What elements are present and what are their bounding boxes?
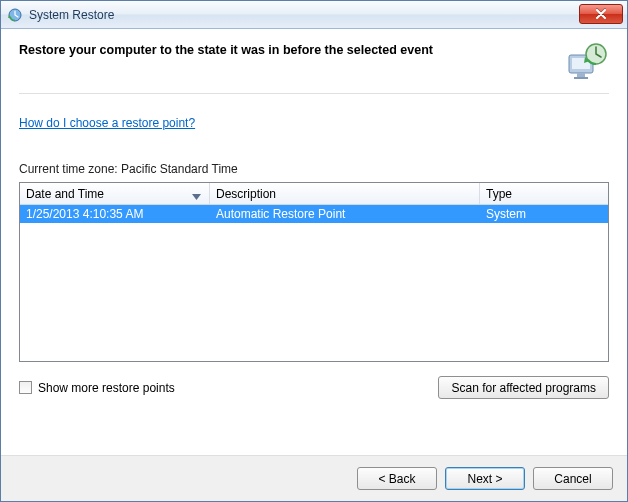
show-more-label: Show more restore points — [38, 381, 175, 395]
column-header-type[interactable]: Type — [480, 183, 608, 204]
help-link[interactable]: How do I choose a restore point? — [19, 116, 609, 130]
content-area: Restore your computer to the state it wa… — [1, 29, 627, 455]
cell-datetime: 1/25/2013 4:10:35 AM — [20, 207, 210, 221]
wizard-footer: < Back Next > Cancel — [1, 455, 627, 501]
table-row[interactable]: 1/25/2013 4:10:35 AM Automatic Restore P… — [20, 205, 608, 223]
restore-points-table[interactable]: Date and Time Description Type 1/25/2013… — [19, 182, 609, 362]
scan-affected-button[interactable]: Scan for affected programs — [438, 376, 609, 399]
cell-description: Automatic Restore Point — [210, 207, 480, 221]
checkbox-box — [19, 381, 32, 394]
table-header: Date and Time Description Type — [20, 183, 608, 205]
back-button[interactable]: < Back — [357, 467, 437, 490]
sort-descending-icon — [192, 189, 201, 203]
column-header-datetime-label: Date and Time — [26, 187, 104, 201]
show-more-checkbox[interactable]: Show more restore points — [19, 381, 175, 395]
system-restore-icon — [565, 41, 609, 81]
column-header-type-label: Type — [486, 187, 512, 201]
cell-type: System — [480, 207, 608, 221]
column-header-description-label: Description — [216, 187, 276, 201]
column-header-description[interactable]: Description — [210, 183, 480, 204]
column-header-datetime[interactable]: Date and Time — [20, 183, 210, 204]
titlebar: System Restore — [1, 1, 627, 29]
svg-marker-8 — [192, 194, 201, 200]
restore-title-icon — [7, 7, 23, 23]
close-button[interactable] — [579, 4, 623, 24]
divider — [19, 93, 609, 94]
next-button[interactable]: Next > — [445, 467, 525, 490]
header-row: Restore your computer to the state it wa… — [19, 41, 609, 81]
window-title: System Restore — [29, 8, 114, 22]
close-icon — [595, 9, 607, 19]
cancel-button[interactable]: Cancel — [533, 467, 613, 490]
instruction-text: Restore your computer to the state it wa… — [19, 41, 433, 57]
svg-rect-4 — [577, 73, 585, 77]
timezone-label: Current time zone: Pacific Standard Time — [19, 162, 609, 176]
system-restore-window: System Restore Restore your computer to … — [0, 0, 628, 502]
svg-rect-5 — [574, 77, 588, 79]
table-footer-row: Show more restore points Scan for affect… — [19, 376, 609, 399]
